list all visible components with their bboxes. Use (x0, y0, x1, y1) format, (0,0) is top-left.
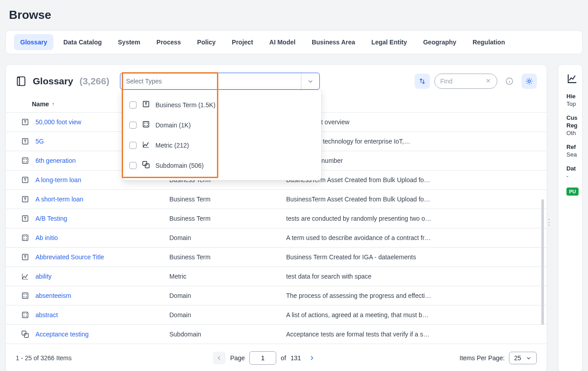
tab-ai-model[interactable]: AI Model (263, 34, 302, 50)
chevron-down-icon (526, 355, 532, 361)
item-type: Domain (169, 311, 286, 319)
tab-data-catalog[interactable]: Data Catalog (57, 34, 108, 50)
item-description: management overview (286, 118, 537, 126)
item-type: Business Term (169, 196, 286, 203)
prev-page-button[interactable] (213, 352, 225, 364)
item-description: a starts with number (286, 157, 537, 164)
table-row: Abbreviated Source Title Business Term B… (6, 248, 547, 267)
next-page-button[interactable] (305, 352, 318, 364)
sort-button[interactable] (415, 74, 430, 89)
side-dat: Dat (566, 165, 582, 172)
metric-icon (21, 272, 32, 280)
side-oth: Oth (566, 130, 582, 136)
item-link[interactable]: Abbreviated Source Title (35, 253, 169, 261)
glossary-title: Glossary (33, 76, 73, 87)
pager: Page of 131 (213, 351, 318, 365)
checkbox[interactable] (129, 162, 137, 169)
type-option-metric[interactable]: Metric (212) (122, 135, 321, 155)
table-row: ability Metric test data for search with… (6, 267, 547, 286)
chevron-down-icon (301, 73, 314, 89)
vertical-scrollbar[interactable] (541, 199, 544, 325)
item-link[interactable]: ability (35, 273, 169, 280)
checkbox[interactable] (129, 101, 137, 109)
term-icon (21, 176, 32, 184)
tab-process[interactable]: Process (150, 34, 187, 50)
tab-legal-entity[interactable]: Legal Entity (365, 34, 413, 50)
settings-button[interactable] (522, 74, 537, 89)
clear-icon[interactable] (485, 78, 491, 85)
side-panel: Hie Top Cus Reg Oth Ref Sea Dat - PU (558, 64, 583, 371)
side-top: Top (566, 100, 582, 107)
term-icon (21, 253, 32, 261)
item-description: A list of actions, agreed at a meeting, … (286, 311, 537, 319)
table-row: A/B Testing Business Term tests are cond… (6, 209, 547, 228)
item-link[interactable]: A/B Testing (35, 215, 169, 222)
items-per-page-select[interactable]: 25 (509, 352, 537, 364)
items-per-page-label: Items Per Page: (460, 354, 504, 362)
page-input[interactable] (249, 351, 276, 365)
side-custom: Cus (566, 114, 582, 121)
option-label: Domain (1K) (155, 122, 191, 129)
item-link[interactable]: Ab initio (35, 234, 169, 241)
side-ref: Ref (566, 144, 582, 150)
item-type: Domain (169, 234, 286, 241)
published-badge: PU (566, 188, 579, 196)
tab-project[interactable]: Project (225, 34, 259, 50)
table-row: Ab initio Domain A term used to describe… (6, 228, 547, 248)
term-icon (21, 195, 32, 203)
term-icon (21, 118, 32, 126)
term-icon (21, 214, 32, 223)
select-types-dropdown[interactable]: Select Types (120, 73, 320, 90)
option-label: Business Term (1.5K) (155, 101, 216, 109)
item-description: ular wireless technology for enterprise … (286, 138, 537, 145)
side-reg: Reg (566, 122, 582, 129)
domain-icon (21, 311, 32, 319)
item-link[interactable]: absenteeism (35, 292, 169, 299)
item-description: tests are conducted by randomly presenti… (286, 215, 537, 222)
checkbox[interactable] (129, 122, 137, 129)
item-link[interactable]: Acceptance testing (35, 331, 169, 338)
select-types-placeholder: Select Types (126, 78, 162, 85)
table-footer: 1 - 25 of 3266 Items Page of 131 Items P… (6, 344, 547, 371)
find-placeholder: Find (440, 78, 452, 85)
column-header-description[interactable]: ion (297, 100, 537, 108)
item-description: The process of assessing the progress an… (286, 292, 537, 299)
item-type: Metric (169, 273, 286, 280)
linechart-icon[interactable] (566, 73, 582, 86)
checkbox[interactable] (129, 142, 137, 149)
item-type: Business Term (169, 215, 286, 222)
tab-regulation[interactable]: Regulation (466, 34, 511, 50)
domain-icon (21, 292, 32, 300)
table-row: A short-term loan Business Term Business… (6, 190, 547, 209)
type-option-domain[interactable]: Domain (1K) (122, 115, 321, 135)
tab-system[interactable]: System (112, 34, 147, 50)
domain-icon (142, 120, 150, 130)
tab-geography[interactable]: Geography (417, 34, 463, 50)
more-icon[interactable]: ⋮ (545, 217, 553, 227)
item-link[interactable]: A short-term loan (35, 196, 169, 203)
tab-policy[interactable]: Policy (191, 34, 222, 50)
find-input[interactable]: Find (434, 74, 497, 89)
glossary-icon (16, 76, 27, 87)
tab-glossary[interactable]: Glossary (14, 34, 53, 50)
item-link[interactable]: abstract (35, 311, 169, 319)
tab-business-area[interactable]: Business Area (305, 34, 362, 50)
table-row: Acceptance testing Subdomain Acceptance … (6, 325, 547, 344)
item-type: Business Term (169, 253, 286, 261)
domain-icon (21, 234, 32, 242)
option-label: Metric (212) (155, 142, 189, 149)
item-type: Domain (169, 292, 286, 299)
info-icon[interactable] (502, 74, 517, 89)
table-row: abstract Domain A list of actions, agree… (6, 306, 547, 325)
items-per-page-value: 25 (514, 354, 521, 362)
option-label: Subdomain (506) (155, 162, 203, 169)
tabs-bar: GlossaryData CatalogSystemProcessPolicyP… (5, 30, 583, 54)
item-description: Business Term Created for IGA - dataelem… (286, 253, 537, 261)
glossary-header: Glossary (3,266) Select Types Business T… (6, 65, 547, 96)
item-description: A term used to describe avoidance of a c… (286, 234, 537, 241)
type-option-sub[interactable]: Subdomain (506) (122, 155, 321, 175)
column-header-name-label: Name (32, 100, 49, 108)
side-sea: Sea (566, 151, 582, 158)
term-icon (142, 100, 150, 109)
type-option-term[interactable]: Business Term (1.5K) (122, 95, 321, 115)
